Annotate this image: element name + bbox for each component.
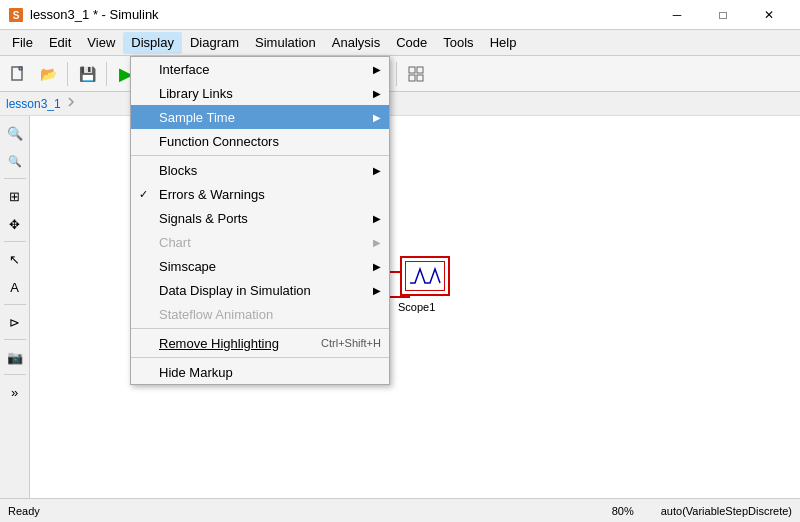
label-func-conn: Function Connectors xyxy=(159,134,381,149)
check-errors: ✓ xyxy=(139,188,159,201)
menu-item-remove-highlighting[interactable]: Remove Highlighting Ctrl+Shift+H xyxy=(131,331,389,355)
zoom-level: 80% xyxy=(593,505,653,517)
label-library: Library Links xyxy=(159,86,373,101)
main-area: 🔍 🔍 ⊞ ✥ ↖ A ⊳ 📷 » xyxy=(0,116,800,498)
separator-2 xyxy=(131,328,389,329)
breadcrumb-arrow xyxy=(65,96,77,111)
sidebar-separator4 xyxy=(4,339,26,340)
sidebar-separator3 xyxy=(4,304,26,305)
scope-label: Scope1 xyxy=(398,301,435,313)
menu-diagram[interactable]: Diagram xyxy=(182,32,247,54)
minimize-button[interactable]: ─ xyxy=(654,0,700,30)
label-simscape: Simscape xyxy=(159,259,373,274)
solver-info: auto(VariableStepDiscrete) xyxy=(661,505,792,517)
scope-block[interactable] xyxy=(400,256,450,296)
checkmark-errors: ✓ xyxy=(139,188,148,201)
zoom-out-button[interactable]: 🔍 xyxy=(2,148,28,174)
sep6 xyxy=(396,62,397,86)
svg-rect-5 xyxy=(409,67,415,73)
status-bar: Ready 80% auto(VariableStepDiscrete) xyxy=(0,498,800,522)
pan-button[interactable]: ✥ xyxy=(2,211,28,237)
shortcut-remove-highlight: Ctrl+Shift+H xyxy=(321,337,381,349)
menu-item-hide-markup[interactable]: Hide Markup xyxy=(131,360,389,384)
title-bar: S lesson3_1 * - Simulink ─ □ ✕ xyxy=(0,0,800,30)
menu-display[interactable]: Display xyxy=(123,32,182,54)
menu-item-signals-ports[interactable]: Signals & Ports ▶ xyxy=(131,206,389,230)
label-sample-time: Sample Time xyxy=(159,110,373,125)
label-remove-highlighting: Remove Highlighting xyxy=(159,336,321,351)
arrow-signals: ▶ xyxy=(373,213,381,224)
label-blocks: Blocks xyxy=(159,163,373,178)
app-icon: S xyxy=(8,7,24,23)
menu-item-simscape[interactable]: Simscape ▶ xyxy=(131,254,389,278)
remove-label-text: Remove Highlighting xyxy=(159,336,279,351)
arrow-data-display: ▶ xyxy=(373,285,381,296)
svg-text:S: S xyxy=(13,10,20,21)
port-tool[interactable]: ⊳ xyxy=(2,309,28,335)
open-button[interactable]: 📂 xyxy=(34,60,62,88)
arrow-simscape: ▶ xyxy=(373,261,381,272)
text-tool[interactable]: A xyxy=(2,274,28,300)
label-hide-markup: Hide Markup xyxy=(159,365,381,380)
svg-rect-8 xyxy=(417,75,423,81)
menu-item-errors-warnings[interactable]: ✓ Errors & Warnings xyxy=(131,182,389,206)
separator-1 xyxy=(131,155,389,156)
menu-item-data-display[interactable]: Data Display in Simulation ▶ xyxy=(131,278,389,302)
menu-item-blocks[interactable]: Blocks ▶ xyxy=(131,158,389,182)
menu-help[interactable]: Help xyxy=(482,32,525,54)
svg-rect-7 xyxy=(409,75,415,81)
label-chart: Chart xyxy=(159,235,373,250)
display-dropdown-menu[interactable]: Interface ▶ Library Links ▶ Sample Time … xyxy=(130,56,390,385)
sidebar-separator xyxy=(4,178,26,179)
menu-item-library-links[interactable]: Library Links ▶ xyxy=(131,81,389,105)
toolbar: 📂 💾 ▶ ⏭ ⏹ REC ▾ ✔ ▾ xyxy=(0,56,800,92)
menu-code[interactable]: Code xyxy=(388,32,435,54)
menu-item-sample-time[interactable]: Sample Time ▶ xyxy=(131,105,389,129)
arrow-tool[interactable]: ↖ xyxy=(2,246,28,272)
label-errors: Errors & Warnings xyxy=(159,187,381,202)
expand-sidebar[interactable]: » xyxy=(2,379,28,405)
arrow-chart: ▶ xyxy=(373,237,381,248)
menu-analysis[interactable]: Analysis xyxy=(324,32,388,54)
label-stateflow: Stateflow Animation xyxy=(159,307,381,322)
menu-item-chart: Chart ▶ xyxy=(131,230,389,254)
save-button[interactable]: 💾 xyxy=(73,60,101,88)
close-button[interactable]: ✕ xyxy=(746,0,792,30)
grid-button[interactable] xyxy=(402,60,430,88)
window-title: lesson3_1 * - Simulink xyxy=(30,7,648,22)
svg-rect-6 xyxy=(417,67,423,73)
zoom-in-button[interactable]: 🔍 xyxy=(2,120,28,146)
arrow-blocks: ▶ xyxy=(373,165,381,176)
menu-item-interface[interactable]: Interface ▶ xyxy=(131,57,389,81)
menu-edit[interactable]: Edit xyxy=(41,32,79,54)
arrow-library: ▶ xyxy=(373,88,381,99)
menu-item-stateflow-anim: Stateflow Animation xyxy=(131,302,389,326)
menu-tools[interactable]: Tools xyxy=(435,32,481,54)
screenshot-tool[interactable]: 📷 xyxy=(2,344,28,370)
svg-rect-9 xyxy=(405,261,445,291)
fit-view-button[interactable]: ⊞ xyxy=(2,183,28,209)
window-controls: ─ □ ✕ xyxy=(654,0,792,30)
label-signals: Signals & Ports xyxy=(159,211,373,226)
sidebar-separator5 xyxy=(4,374,26,375)
label-data-display: Data Display in Simulation xyxy=(159,283,373,298)
menu-view[interactable]: View xyxy=(79,32,123,54)
arrow-interface: ▶ xyxy=(373,64,381,75)
menu-file[interactable]: File xyxy=(4,32,41,54)
label-interface: Interface xyxy=(159,62,373,77)
status-text: Ready xyxy=(8,505,585,517)
breadcrumb-item[interactable]: lesson3_1 xyxy=(6,97,61,111)
separator-3 xyxy=(131,357,389,358)
sep1 xyxy=(67,62,68,86)
left-sidebar: 🔍 🔍 ⊞ ✥ ↖ A ⊳ 📷 » xyxy=(0,116,30,498)
menu-simulation[interactable]: Simulation xyxy=(247,32,324,54)
sep2 xyxy=(106,62,107,86)
menu-item-function-connectors[interactable]: Function Connectors xyxy=(131,129,389,153)
breadcrumb-bar: lesson3_1 xyxy=(0,92,800,116)
maximize-button[interactable]: □ xyxy=(700,0,746,30)
sidebar-separator2 xyxy=(4,241,26,242)
arrow-sample-time: ▶ xyxy=(373,112,381,123)
new-button[interactable] xyxy=(4,60,32,88)
menu-bar: File Edit View Display Diagram Simulatio… xyxy=(0,30,800,56)
